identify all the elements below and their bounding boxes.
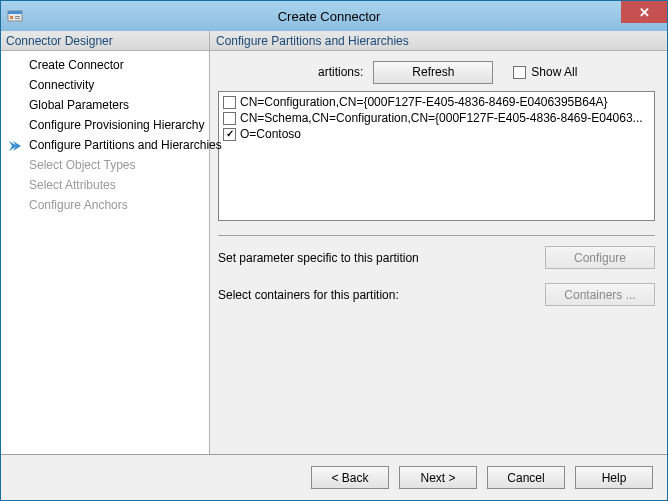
svg-rect-2 bbox=[10, 16, 13, 19]
dialog-window: Create Connector ✕ Connector Designer Co… bbox=[0, 0, 668, 501]
show-all-checkbox[interactable] bbox=[513, 66, 526, 79]
content-panel: artitions: Refresh Show All CN=Configura… bbox=[210, 51, 667, 454]
nav-create-connector[interactable]: Create Connector bbox=[1, 55, 209, 75]
partition-checkbox[interactable] bbox=[223, 128, 236, 141]
partition-text: CN=Schema,CN=Configuration,CN={000F127F-… bbox=[240, 111, 643, 125]
nav-current-label: Configure Partitions and Hierarchies bbox=[29, 138, 222, 152]
partitions-label: artitions: bbox=[318, 65, 363, 79]
nav-configure-provisioning-hierarchy[interactable]: Configure Provisioning Hierarchy bbox=[1, 115, 209, 135]
main-row: Create Connector Connectivity Global Par… bbox=[1, 51, 667, 454]
partition-checkbox[interactable] bbox=[223, 112, 236, 125]
dialog-body: Connector Designer Configure Partitions … bbox=[1, 31, 667, 500]
content-header: Configure Partitions and Hierarchies bbox=[210, 31, 667, 50]
containers-label: Select containers for this partition: bbox=[218, 288, 399, 302]
show-all-wrap[interactable]: Show All bbox=[513, 65, 577, 79]
sidebar: Create Connector Connectivity Global Par… bbox=[1, 51, 210, 454]
list-item[interactable]: O=Contoso bbox=[221, 126, 652, 142]
current-step-arrow-icon bbox=[7, 138, 23, 154]
svg-marker-5 bbox=[9, 141, 17, 151]
partition-text: O=Contoso bbox=[240, 127, 301, 141]
partitions-toolbar: artitions: Refresh Show All bbox=[218, 59, 655, 85]
sidebar-header: Connector Designer bbox=[1, 31, 210, 50]
nav-configure-partitions-and-hierarchies[interactable]: Configure Partitions and Hierarchies bbox=[1, 135, 209, 155]
nav-connectivity[interactable]: Connectivity bbox=[1, 75, 209, 95]
divider bbox=[218, 235, 655, 236]
list-item[interactable]: CN=Configuration,CN={000F127F-E405-4836-… bbox=[221, 94, 652, 110]
window-title: Create Connector bbox=[31, 9, 627, 24]
back-button[interactable]: < Back bbox=[311, 466, 389, 489]
containers-button: Containers ... bbox=[545, 283, 655, 306]
partition-checkbox[interactable] bbox=[223, 96, 236, 109]
help-button[interactable]: Help bbox=[575, 466, 653, 489]
partitions-listbox[interactable]: CN=Configuration,CN={000F127F-E405-4836-… bbox=[218, 91, 655, 221]
partition-text: CN=Configuration,CN={000F127F-E405-4836-… bbox=[240, 95, 608, 109]
svg-rect-1 bbox=[8, 11, 22, 14]
containers-row: Select containers for this partition: Co… bbox=[218, 283, 655, 306]
close-icon: ✕ bbox=[639, 5, 650, 20]
param-label: Set parameter specific to this partition bbox=[218, 251, 419, 265]
cancel-button[interactable]: Cancel bbox=[487, 466, 565, 489]
configure-button: Configure bbox=[545, 246, 655, 269]
close-button[interactable]: ✕ bbox=[621, 1, 667, 23]
titlebar: Create Connector ✕ bbox=[1, 1, 667, 31]
next-button[interactable]: Next > bbox=[399, 466, 477, 489]
param-row: Set parameter specific to this partition… bbox=[218, 246, 655, 269]
svg-rect-3 bbox=[15, 16, 20, 17]
app-icon bbox=[7, 8, 23, 24]
footer: < Back Next > Cancel Help bbox=[1, 454, 667, 500]
refresh-button[interactable]: Refresh bbox=[373, 61, 493, 84]
nav-select-attributes: Select Attributes bbox=[1, 175, 209, 195]
header-row: Connector Designer Configure Partitions … bbox=[1, 31, 667, 51]
nav-global-parameters[interactable]: Global Parameters bbox=[1, 95, 209, 115]
nav-configure-anchors: Configure Anchors bbox=[1, 195, 209, 215]
show-all-label: Show All bbox=[531, 65, 577, 79]
svg-rect-4 bbox=[15, 18, 20, 19]
list-item[interactable]: CN=Schema,CN=Configuration,CN={000F127F-… bbox=[221, 110, 652, 126]
nav-select-object-types: Select Object Types bbox=[1, 155, 209, 175]
